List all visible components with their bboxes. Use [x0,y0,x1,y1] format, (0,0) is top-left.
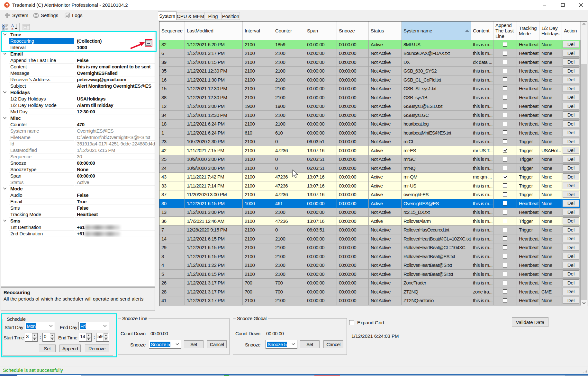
append-last-line-checkbox[interactable] [503,86,507,91]
property-row[interactable]: Contentthis is my email content to be se… [1,64,155,70]
append-last-line-checkbox[interactable] [503,281,507,285]
scrollbar-thumb[interactable] [581,27,587,64]
collapse-chevron-icon[interactable] [3,117,7,119]
append-last-line-checkbox[interactable] [503,104,507,109]
minimize-button[interactable] [537,0,552,10]
column-header-sequence[interactable]: Sequence [159,22,185,40]
spin-up-icon[interactable] [50,333,55,337]
delete-row-button[interactable]: Del [563,85,579,92]
delete-row-button[interactable]: Del [563,138,579,145]
property-value[interactable]: Alert Monitoring OvernightES@ES [75,83,155,89]
property-category-row[interactable]: Email [1,51,155,57]
column-header-counter[interactable]: Counter [273,22,305,40]
delete-row-button[interactable]: Del [563,103,579,110]
table-row[interactable]: 3711/20/2020 3:00 PM21004723613:07:1600:… [159,190,581,199]
spin-down-icon[interactable] [104,337,108,341]
delete-row-button[interactable]: Del [563,173,579,180]
append-last-line-checkbox[interactable] [503,60,507,64]
table-row[interactable]: 31/12/2021 6:15 PM2100210000:00:0000:00:… [159,252,581,261]
delete-row-button[interactable]: Del [563,209,579,216]
property-value[interactable]: Alarm till midday [75,102,155,109]
end-day-select[interactable]: Fri [78,322,109,330]
tab-cpu-mem[interactable]: CPU & MEM [176,12,204,20]
property-value[interactable]: 12:30:00 [75,109,155,115]
property-row[interactable]: SmsFalse [1,205,155,211]
append-last-line-checkbox[interactable] [503,245,507,250]
column-header-span[interactable]: Span [305,22,337,40]
close-button[interactable] [574,0,588,10]
table-row[interactable]: 291/12/2021 6:15 PM2100210000:00:0000:00… [159,243,581,252]
table-row[interactable]: 301/12/2021 6:15 PM100046100:00:0000:00:… [159,199,581,208]
property-row[interactable]: Snooze00:00:00 [1,160,155,166]
delete-row-button[interactable]: Del [563,191,579,198]
property-value[interactable]: OvernightESFailed [75,70,155,76]
property-row[interactable]: Id351919a4-017f-4251-9dde-224880d4d56d [1,141,155,147]
validate-data-button[interactable]: Validate Data [512,317,548,327]
table-row[interactable]: 121/12/2021 3:00 PM1900190000:00:0000:00… [159,102,581,111]
property-row[interactable]: 1st Destination+61 [1,224,155,231]
menu-item-system[interactable]: System [2,10,30,21]
grid-vertical-scrollbar[interactable] [581,22,587,306]
table-row[interactable]: 331/11/2021 7:14 PM21004723613:07:1600:0… [159,181,581,190]
property-row[interactable]: Append The Last LineFalse [1,57,155,64]
spinner-buttons[interactable] [50,333,55,341]
append-last-line-checkbox[interactable] [503,272,507,276]
snooze-line-cancel-button[interactable]: Cancel [207,340,227,348]
table-row[interactable]: 61/12/2021 3:17 PM2100210000:00:0000:00:… [159,49,581,58]
tab-ping[interactable]: Ping [204,12,222,20]
property-row[interactable]: Mid Day12:30:00 [1,109,155,115]
table-row[interactable]: 361/7/2021 12:46 AM21004723613:07:1600:0… [159,217,581,226]
property-value[interactable]: 351919a4-017f-4251-9dde-224880d4d56d [75,141,155,147]
column-header-tracking-mode[interactable]: Tracking Mode [517,22,539,40]
snooze-line-set-button[interactable]: Set [184,340,204,348]
delete-row-button[interactable]: Del [563,182,579,189]
delete-row-button[interactable]: Del [563,58,579,66]
append-last-line-checkbox[interactable] [503,130,507,135]
tab-position[interactable]: Position [222,12,240,20]
append-last-line-checkbox[interactable] [503,51,507,56]
property-value[interactable]: peterzwag@gmail.com [75,76,155,83]
resize-grip[interactable] [583,370,587,373]
delete-row-button[interactable]: Del [563,244,579,251]
append-last-line-checkbox[interactable] [503,236,507,241]
delete-row-button[interactable]: Del [563,94,579,101]
table-row[interactable]: 421/11/2021 7:15 PM21004723613:07:1600:0… [159,146,581,155]
spinner-buttons[interactable] [32,333,37,341]
snooze-line-select[interactable]: Snooze 5 [149,340,181,349]
collapse-chevron-icon[interactable] [3,52,7,55]
delete-row-button[interactable]: Del [563,120,579,127]
delete-row-button[interactable]: Del [563,129,579,136]
property-value[interactable]: C:\alertmon\hb\OvernightES@ES.txt [75,134,155,141]
start-minute-stepper[interactable]: 0 [42,333,55,342]
table-row[interactable]: 181/12/2021 6:24 PM2100210000:00:0000:00… [159,120,581,129]
append-last-line-checkbox[interactable] [503,166,507,170]
spinner-buttons[interactable] [86,333,91,341]
property-row[interactable]: Receiver's Addresspeterzwag@gmail.com [1,76,155,83]
snooze-global-select[interactable]: Snooze 5 [266,340,297,349]
delete-row-button[interactable]: Del [563,297,579,304]
delete-row-button[interactable]: Del [563,164,579,171]
property-value[interactable]: Heartbeat [75,211,155,218]
property-value[interactable]: this is my email content to be sent [75,64,155,70]
schedule-append-button[interactable]: Append [59,345,81,352]
append-last-line-checkbox[interactable] [503,210,507,214]
delete-row-button[interactable]: Del [563,147,579,154]
property-value[interactable]: False [75,192,155,198]
collapse-chevron-icon[interactable] [3,91,7,94]
menu-item-settings[interactable]: Settings [31,10,60,21]
delete-row-button[interactable]: Del [563,76,579,83]
property-value[interactable]: 30 [75,153,155,160]
table-row[interactable]: 261/12/2021 3:17 PM70070000:00:0000:00:0… [159,279,581,288]
property-row[interactable]: 2nd Destination+61 [1,231,155,237]
delete-row-button[interactable]: Del [563,235,579,242]
append-last-line-checkbox[interactable] [503,95,507,100]
spin-down-icon[interactable] [50,337,55,341]
property-value[interactable]: OvernightES@ES [75,128,155,134]
property-row[interactable]: StatusActive [1,179,155,186]
append-last-line-checkbox[interactable] [503,192,507,197]
column-header-1-2-day-holidays[interactable]: 1/2 Day Holidays [539,22,562,40]
property-row[interactable]: Tracking ModeHeartbeat [1,211,155,218]
property-row[interactable]: Sequence30 [1,153,155,160]
delete-row-button[interactable]: Del [563,226,579,233]
delete-row-button[interactable]: Del [563,200,579,207]
